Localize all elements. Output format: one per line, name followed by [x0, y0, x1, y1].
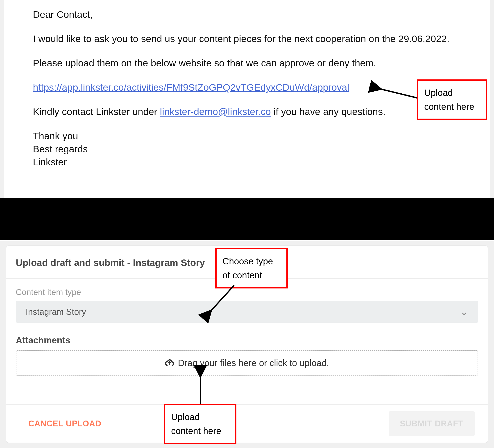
annotation-text: content here [171, 424, 229, 438]
email-line-request: I would like to ask you to send us your … [33, 32, 463, 45]
contact-pre-text: Kindly contact Linkster under [33, 106, 160, 117]
annotation-upload-here-1: Upload content here [417, 79, 487, 120]
submit-draft-button[interactable]: SUBMIT DRAFT [389, 411, 475, 436]
upload-cloud-icon [165, 358, 174, 368]
arrow-icon [207, 285, 239, 315]
contact-email-link[interactable]: linkster-demo@linkster.co [160, 106, 271, 117]
contact-post-text: if you have any questions. [271, 106, 385, 117]
content-type-value: Instagram Story [26, 307, 86, 317]
attachments-dropzone[interactable]: Drag your files here or click to upload. [16, 350, 478, 375]
annotation-text: content here [424, 100, 480, 114]
annotation-text: Upload [424, 86, 480, 100]
email-signoff: Thank you Best regards Linkster [33, 129, 463, 169]
svg-line-0 [380, 89, 417, 98]
email-regards: Best regards [33, 142, 463, 156]
arrow-icon [196, 374, 205, 404]
email-salutation: Dear Contact, [33, 8, 463, 21]
annotation-upload-here-2: Upload content here [164, 404, 236, 444]
annotation-choose-type: Choose type of content [215, 248, 288, 289]
panel-footer: CANCEL UPLOAD SUBMIT DRAFT [6, 404, 488, 443]
attachments-label: Attachments [16, 335, 478, 345]
chevron-down-icon [461, 309, 467, 315]
email-contact-line: Kindly contact Linkster under linkster-d… [33, 105, 463, 118]
svg-line-1 [210, 285, 234, 311]
arrow-icon [378, 87, 417, 100]
annotation-text: of content [222, 268, 281, 282]
annotation-text: Choose type [222, 254, 281, 268]
annotation-text: Upload [171, 410, 229, 424]
cancel-upload-button[interactable]: CANCEL UPLOAD [28, 419, 101, 428]
content-type-label: Content item type [16, 288, 478, 297]
email-thanks: Thank you [33, 129, 463, 142]
content-type-select[interactable]: Instagram Story [16, 301, 478, 323]
dropzone-text: Drag your files here or click to upload. [178, 358, 329, 368]
email-line-instruct: Please upload them on the below website … [33, 57, 463, 70]
black-separator [0, 198, 494, 240]
email-sender: Linkster [33, 156, 463, 169]
approval-link[interactable]: https://app.linkster.co/activities/FMf9S… [33, 82, 349, 93]
